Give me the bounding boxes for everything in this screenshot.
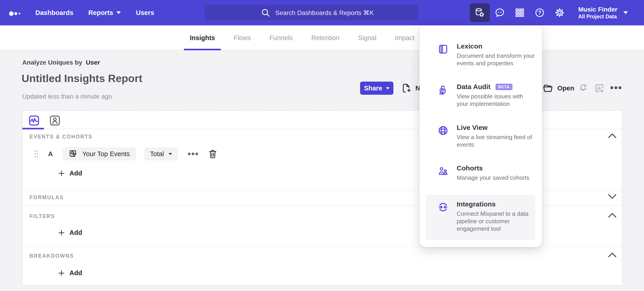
mixpanel-logo-icon[interactable] xyxy=(9,10,23,17)
menu-item-integrations[interactable]: Integrations Connect Mixpanel to a data … xyxy=(426,195,535,240)
data-management-button[interactable] xyxy=(470,3,490,22)
chevron-down-icon xyxy=(623,11,628,14)
tab-events-metrics[interactable] xyxy=(28,114,40,127)
feedback-bubble-icon xyxy=(494,7,505,18)
nav-item-reports[interactable]: Reports xyxy=(88,9,121,16)
open-report-label: Open xyxy=(558,84,574,92)
cohorts-people-icon xyxy=(438,166,448,182)
tab-flows[interactable]: Flows xyxy=(234,25,251,50)
add-filter-button[interactable]: Add xyxy=(58,229,82,236)
gear-icon xyxy=(554,7,565,18)
tab-retention[interactable]: Retention xyxy=(311,25,340,50)
event-name-label: Your Top Events xyxy=(82,150,130,158)
page-title: Untitled Insights Report xyxy=(22,72,142,84)
section-label-breakdowns: BREAKDOWNS xyxy=(30,253,74,259)
add-event-button[interactable]: Add xyxy=(58,170,82,177)
add-label: Add xyxy=(70,170,82,177)
collapse-breakdowns-button[interactable] xyxy=(608,253,617,258)
chevron-up-icon xyxy=(608,133,617,138)
menu-item-title: Live View xyxy=(457,124,488,131)
project-switcher[interactable]: Music Finder All Project Data xyxy=(578,6,628,20)
add-label: Add xyxy=(70,229,82,236)
menu-item-data-audit[interactable]: Data Audit BETA View possible issues wit… xyxy=(438,83,538,108)
kebab-menu-icon xyxy=(610,85,621,91)
search-placeholder: Search Dashboards & Reports ⌘K xyxy=(275,9,374,16)
search-input[interactable]: Search Dashboards & Reports ⌘K xyxy=(204,5,418,20)
chevron-down-icon xyxy=(116,11,121,14)
menu-item-title: Data Audit xyxy=(457,83,490,91)
add-to-dashboard-button[interactable] xyxy=(594,83,604,93)
chevron-down-icon xyxy=(608,194,617,199)
nav-item-label: Reports xyxy=(88,9,114,16)
project-scope: All Project Data xyxy=(578,13,618,20)
nav-item-users[interactable]: Users xyxy=(136,9,154,16)
chevron-down-icon xyxy=(386,87,390,89)
more-options-button[interactable] xyxy=(610,85,621,91)
event-row-letter: A xyxy=(48,150,53,158)
menu-item-description: View a live streaming feed of events xyxy=(457,133,536,148)
database-gear-icon xyxy=(474,7,485,18)
event-row-more-button[interactable] xyxy=(188,151,198,157)
analyze-value-selector[interactable]: User xyxy=(86,59,100,66)
data-audit-lock-icon xyxy=(438,84,448,108)
alert-bell-plus-button[interactable] xyxy=(578,83,588,93)
nav-item-label: Users xyxy=(136,9,154,16)
collapse-filters-button[interactable] xyxy=(608,213,617,218)
tab-signal[interactable]: Signal xyxy=(358,25,376,50)
top-nav: Dashboards Reports Users Search Dashboar… xyxy=(0,0,644,25)
tab-insights[interactable]: Insights xyxy=(190,25,215,50)
nav-item-label: Dashboards xyxy=(35,9,74,16)
plus-icon xyxy=(58,170,65,177)
share-label: Share xyxy=(364,84,382,92)
add-breakdown-button[interactable]: Add xyxy=(58,269,82,277)
chevron-up-icon xyxy=(608,253,617,258)
project-name: Music Finder xyxy=(578,6,618,13)
bell-plus-icon xyxy=(578,83,588,93)
document-plus-icon xyxy=(401,83,411,93)
menu-item-description: Document and transform your events and p… xyxy=(457,52,536,67)
feedback-button[interactable] xyxy=(490,3,510,22)
menu-item-lexicon[interactable]: Lexicon Document and transform your even… xyxy=(438,42,538,67)
data-management-dropdown: Lexicon Document and transform your even… xyxy=(420,25,542,247)
event-query-row: A Your Top Events Total xyxy=(34,147,218,160)
nav-right: ? Music Finder All Project Data xyxy=(470,0,628,25)
globe-icon xyxy=(438,125,448,148)
menu-item-title: Lexicon xyxy=(457,42,482,50)
menu-item-description: View possible issues with your implement… xyxy=(457,93,536,108)
analyze-line: Analyze Uniques by User xyxy=(22,59,100,66)
trash-icon xyxy=(208,149,218,159)
settings-button[interactable] xyxy=(550,3,570,22)
folder-open-icon xyxy=(542,83,553,94)
section-label-filters: FILTERS xyxy=(30,213,55,219)
menu-item-cohorts[interactable]: Cohorts Manage your saved cohorts xyxy=(438,164,538,182)
tab-funnels[interactable]: Funnels xyxy=(270,25,293,50)
profile-icon xyxy=(48,114,61,127)
help-button[interactable]: ? xyxy=(530,3,550,22)
tab-impact[interactable]: Impact xyxy=(395,25,415,50)
plus-icon xyxy=(58,270,65,277)
expand-formulas-button[interactable] xyxy=(608,194,617,199)
lexicon-icon xyxy=(438,44,448,67)
tab-user-profiles[interactable] xyxy=(48,114,61,127)
share-button[interactable]: Share xyxy=(360,82,394,95)
kebab-menu-icon xyxy=(188,151,198,157)
apps-grid-button[interactable] xyxy=(510,3,530,22)
event-select-button[interactable]: Your Top Events xyxy=(63,147,136,160)
beta-badge: BETA xyxy=(496,84,512,90)
analyze-prefix: Analyze Uniques by xyxy=(22,59,82,66)
menu-item-live-view[interactable]: Live View View a live streaming feed of … xyxy=(438,124,538,148)
svg-text:?: ? xyxy=(538,10,541,16)
chevron-up-icon xyxy=(608,213,617,218)
menu-item-title: Cohorts xyxy=(457,164,483,172)
aggregation-dropdown[interactable]: Total xyxy=(144,147,178,160)
drag-handle[interactable] xyxy=(34,150,38,158)
nav-item-dashboards[interactable]: Dashboards xyxy=(35,9,74,16)
integrations-icon xyxy=(438,202,448,240)
open-report-button[interactable]: Open xyxy=(542,82,574,95)
apps-grid-icon xyxy=(515,8,525,18)
active-tab-underline xyxy=(22,128,44,129)
aggregation-label: Total xyxy=(150,150,164,158)
delete-event-button[interactable] xyxy=(208,149,218,159)
collapse-events-button[interactable] xyxy=(608,133,617,138)
event-cursor-icon xyxy=(69,149,78,158)
